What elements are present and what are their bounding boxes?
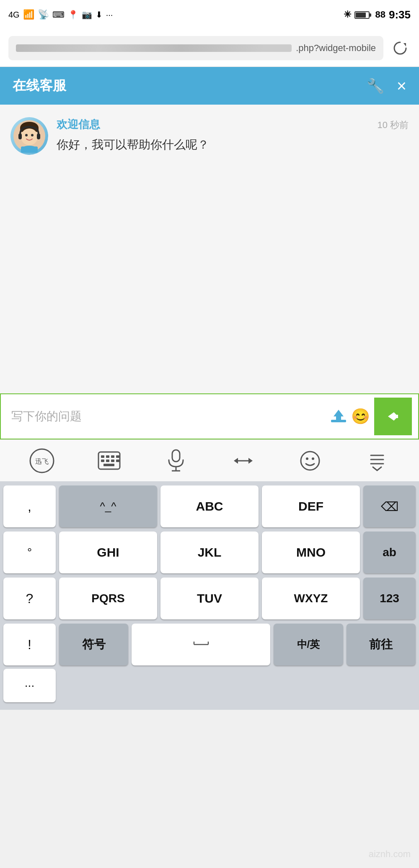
status-left: 4G 📶 📡 ⌨ 📍 📷 ⬇ ··· [8,9,113,20]
message-content: 欢迎信息 10 秒前 你好，我可以帮助你什么呢？ [57,117,409,154]
status-bar: 4G 📶 📡 ⌨ 📍 📷 ⬇ ··· ✳ 88 9:35 [0,0,419,29]
key-space[interactable] [132,624,270,665]
key-symbols[interactable]: 符号 [59,624,128,665]
input-area: 😊 [0,393,419,439]
message-item: 欢迎信息 10 秒前 你好，我可以帮助你什么呢？ [10,117,409,155]
more-icon: ··· [106,10,113,20]
avatar [10,117,48,155]
key-pqrs[interactable]: PQRS [59,578,157,619]
emoji-button[interactable]: 😊 [351,408,370,425]
key-ab[interactable]: ab [363,532,416,573]
url-bar[interactable]: .php?widget-mobile [8,36,383,60]
keyboard-toolbar: 迅飞 [0,439,419,481]
svg-rect-26 [103,464,114,466]
svg-marker-31 [234,458,238,464]
svg-marker-11 [334,410,344,420]
svg-rect-20 [111,455,114,458]
svg-rect-7 [18,134,22,139]
svg-rect-27 [172,450,180,462]
key-degree[interactable]: ° [3,532,56,573]
key-question[interactable]: ? [3,578,56,619]
svg-rect-14 [394,415,398,418]
svg-point-5 [25,134,28,136]
chat-messages: 欢迎信息 10 秒前 你好，我可以帮助你什么呢？ [0,105,419,393]
svg-point-34 [306,457,308,460]
message-input[interactable] [7,406,326,427]
key-backspace[interactable]: ⌫ [363,485,416,527]
key-tuv[interactable]: TUV [160,578,259,619]
keyboard: , ^_^ ABC DEF ⌫ ° GHI JKL MNO ab ? PQRS … [0,481,419,710]
location-icon: 📍 [68,10,78,20]
url-suffix: .php?widget-mobile [296,43,376,54]
key-def[interactable]: DEF [262,485,360,527]
battery-indicator: 88 [354,9,385,20]
refresh-button[interactable] [390,38,411,59]
key-go[interactable]: 前往 [347,624,416,665]
header-icons: 🔧 × [367,77,406,95]
keyboard-icon: ⌨ [52,10,65,20]
chat-header: 在线客服 🔧 × [0,67,419,105]
svg-rect-25 [116,460,119,462]
upload-button[interactable] [330,408,347,425]
key-exclaim[interactable]: ! [3,624,56,665]
svg-point-6 [31,134,34,136]
key-mno[interactable]: MNO [262,532,360,573]
send-button[interactable] [374,398,412,435]
svg-marker-32 [248,458,253,464]
key-jkl[interactable]: JKL [160,532,259,573]
toolbar-collapse-button[interactable] [362,446,392,475]
svg-rect-8 [37,134,40,139]
svg-rect-21 [116,455,119,458]
toolbar-emoji-button[interactable] [295,446,325,475]
key-lang-switch[interactable]: 中/英 [274,624,343,665]
message-time: 10 秒前 [377,119,409,131]
svg-point-4 [21,128,38,145]
svg-point-35 [312,457,314,460]
camera-icon: 📷 [82,10,92,20]
svg-rect-9 [21,146,38,153]
settings-icon[interactable]: 🔧 [367,77,384,94]
svg-marker-0 [403,43,406,46]
watermark: aiznh.com [369,849,411,860]
signal-bars: 📶 [23,9,34,20]
svg-text:迅飞: 迅飞 [35,458,49,465]
key-ghi[interactable]: GHI [59,532,157,573]
svg-rect-23 [106,460,109,462]
signal-icon: 4G [8,10,20,20]
wifi-icon: 📡 [38,9,49,20]
key-123[interactable]: 123 [363,578,416,619]
toolbar-cursor-button[interactable] [228,446,258,475]
key-comma[interactable]: , [3,485,56,527]
toolbar-microphone-button[interactable] [161,446,191,475]
toolbar-keyboard-button[interactable] [94,446,124,475]
status-right: ✳ 88 9:35 [344,8,411,21]
message-header: 欢迎信息 10 秒前 [57,117,409,132]
svg-rect-10 [331,420,346,422]
svg-point-33 [301,452,319,470]
svg-rect-19 [106,455,109,458]
svg-rect-18 [101,455,104,458]
key-abc[interactable]: ABC [160,485,259,527]
svg-rect-24 [111,460,114,462]
chat-title: 在线客服 [13,77,66,95]
close-icon[interactable]: × [397,77,406,95]
download-icon: ⬇ [96,10,103,20]
key-emoticon[interactable]: ^_^ [59,485,157,527]
key-wxyz[interactable]: WXYZ [262,578,360,619]
clock: 9:35 [389,8,411,21]
toolbar-ime-button[interactable]: 迅飞 [27,446,57,475]
svg-rect-22 [101,460,104,462]
bluetooth-icon: ✳ [344,9,351,20]
message-text: 你好，我可以帮助你什么呢？ [57,136,409,154]
browser-bar: .php?widget-mobile [0,29,419,67]
key-ellipsis[interactable]: ··· [3,669,56,702]
sender-name: 欢迎信息 [57,117,100,132]
url-blurred [16,44,292,52]
